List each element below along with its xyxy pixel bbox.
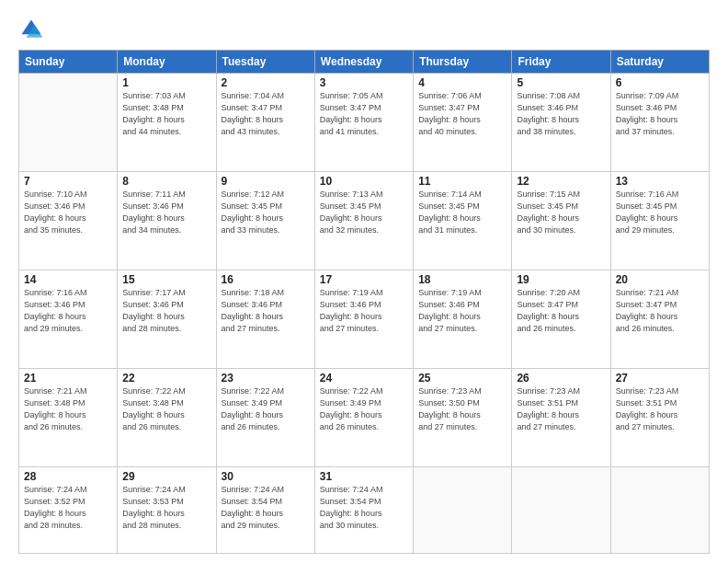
day-info: Sunrise: 7:12 AM Sunset: 3:45 PM Dayligh… bbox=[222, 189, 310, 236]
calendar-day-cell: 27Sunrise: 7:23 AM Sunset: 3:51 PM Dayli… bbox=[610, 368, 709, 466]
day-info: Sunrise: 7:21 AM Sunset: 3:48 PM Dayligh… bbox=[24, 385, 112, 433]
day-info: Sunrise: 7:18 AM Sunset: 3:46 PM Dayligh… bbox=[222, 287, 310, 335]
day-number: 31 bbox=[320, 470, 408, 483]
calendar-day-cell: 4Sunrise: 7:06 AM Sunset: 3:47 PM Daylig… bbox=[414, 74, 512, 172]
day-info: Sunrise: 7:21 AM Sunset: 3:47 PM Dayligh… bbox=[616, 287, 704, 335]
day-number: 27 bbox=[616, 372, 704, 385]
day-info: Sunrise: 7:24 AM Sunset: 3:52 PM Dayligh… bbox=[24, 484, 112, 532]
calendar-day-cell: 23Sunrise: 7:22 AM Sunset: 3:49 PM Dayli… bbox=[216, 368, 314, 466]
day-info: Sunrise: 7:19 AM Sunset: 3:46 PM Dayligh… bbox=[418, 287, 506, 335]
calendar-day-cell: 8Sunrise: 7:11 AM Sunset: 3:46 PM Daylig… bbox=[118, 171, 216, 270]
calendar-day-cell: 12Sunrise: 7:15 AM Sunset: 3:45 PM Dayli… bbox=[512, 171, 610, 270]
calendar-day-cell bbox=[610, 466, 709, 553]
calendar-day-cell: 20Sunrise: 7:21 AM Sunset: 3:47 PM Dayli… bbox=[610, 270, 709, 368]
calendar-day-cell: 31Sunrise: 7:24 AM Sunset: 3:54 PM Dayli… bbox=[314, 466, 413, 553]
day-info: Sunrise: 7:23 AM Sunset: 3:51 PM Dayligh… bbox=[517, 385, 605, 433]
calendar-day-cell: 13Sunrise: 7:16 AM Sunset: 3:45 PM Dayli… bbox=[610, 171, 709, 270]
day-number: 26 bbox=[517, 372, 605, 385]
logo-icon bbox=[18, 17, 44, 42]
day-info: Sunrise: 7:22 AM Sunset: 3:49 PM Dayligh… bbox=[320, 385, 408, 433]
day-number: 22 bbox=[122, 372, 210, 385]
calendar-body: 1Sunrise: 7:03 AM Sunset: 3:48 PM Daylig… bbox=[19, 74, 710, 554]
calendar-day-cell bbox=[512, 466, 610, 553]
day-info: Sunrise: 7:13 AM Sunset: 3:45 PM Dayligh… bbox=[320, 189, 408, 236]
day-number: 30 bbox=[222, 470, 310, 483]
weekday-header-cell: Friday bbox=[512, 51, 610, 74]
day-info: Sunrise: 7:22 AM Sunset: 3:48 PM Dayligh… bbox=[122, 385, 210, 433]
day-info: Sunrise: 7:19 AM Sunset: 3:46 PM Dayligh… bbox=[320, 287, 408, 335]
day-number: 29 bbox=[122, 470, 210, 483]
day-info: Sunrise: 7:06 AM Sunset: 3:47 PM Dayligh… bbox=[418, 90, 506, 138]
weekday-header-cell: Sunday bbox=[19, 51, 118, 74]
calendar-day-cell bbox=[19, 74, 118, 172]
calendar-day-cell: 16Sunrise: 7:18 AM Sunset: 3:46 PM Dayli… bbox=[216, 270, 314, 368]
day-number: 8 bbox=[122, 175, 210, 188]
calendar-day-cell bbox=[414, 466, 512, 553]
calendar-day-cell: 21Sunrise: 7:21 AM Sunset: 3:48 PM Dayli… bbox=[19, 368, 118, 466]
day-number: 2 bbox=[222, 76, 310, 89]
calendar-week-row: 1Sunrise: 7:03 AM Sunset: 3:48 PM Daylig… bbox=[19, 74, 710, 172]
day-info: Sunrise: 7:23 AM Sunset: 3:51 PM Dayligh… bbox=[616, 385, 704, 433]
day-number: 14 bbox=[24, 273, 112, 286]
calendar-day-cell: 22Sunrise: 7:22 AM Sunset: 3:48 PM Dayli… bbox=[118, 368, 216, 466]
day-number: 9 bbox=[222, 175, 310, 188]
weekday-header-row: SundayMondayTuesdayWednesdayThursdayFrid… bbox=[19, 51, 710, 74]
calendar-day-cell: 14Sunrise: 7:16 AM Sunset: 3:46 PM Dayli… bbox=[19, 270, 118, 368]
day-number: 13 bbox=[616, 175, 704, 188]
day-info: Sunrise: 7:15 AM Sunset: 3:45 PM Dayligh… bbox=[517, 189, 605, 236]
weekday-header-cell: Tuesday bbox=[216, 51, 314, 74]
day-number: 19 bbox=[517, 273, 605, 286]
day-info: Sunrise: 7:24 AM Sunset: 3:54 PM Dayligh… bbox=[320, 484, 408, 532]
calendar-week-row: 21Sunrise: 7:21 AM Sunset: 3:48 PM Dayli… bbox=[19, 368, 710, 466]
calendar-day-cell: 24Sunrise: 7:22 AM Sunset: 3:49 PM Dayli… bbox=[314, 368, 413, 466]
day-info: Sunrise: 7:23 AM Sunset: 3:50 PM Dayligh… bbox=[418, 385, 506, 433]
day-number: 16 bbox=[222, 273, 310, 286]
calendar-week-row: 28Sunrise: 7:24 AM Sunset: 3:52 PM Dayli… bbox=[19, 466, 710, 553]
calendar-day-cell: 11Sunrise: 7:14 AM Sunset: 3:45 PM Dayli… bbox=[414, 171, 512, 270]
day-number: 11 bbox=[418, 175, 506, 188]
calendar-day-cell: 18Sunrise: 7:19 AM Sunset: 3:46 PM Dayli… bbox=[414, 270, 512, 368]
calendar-day-cell: 25Sunrise: 7:23 AM Sunset: 3:50 PM Dayli… bbox=[414, 368, 512, 466]
day-info: Sunrise: 7:09 AM Sunset: 3:46 PM Dayligh… bbox=[616, 90, 704, 138]
day-number: 6 bbox=[616, 76, 704, 89]
header bbox=[18, 17, 710, 42]
day-info: Sunrise: 7:20 AM Sunset: 3:47 PM Dayligh… bbox=[517, 287, 605, 335]
calendar-day-cell: 2Sunrise: 7:04 AM Sunset: 3:47 PM Daylig… bbox=[216, 74, 314, 172]
day-info: Sunrise: 7:24 AM Sunset: 3:53 PM Dayligh… bbox=[122, 484, 210, 532]
calendar-day-cell: 1Sunrise: 7:03 AM Sunset: 3:48 PM Daylig… bbox=[118, 74, 216, 172]
day-info: Sunrise: 7:14 AM Sunset: 3:45 PM Dayligh… bbox=[418, 189, 506, 236]
calendar-day-cell: 30Sunrise: 7:24 AM Sunset: 3:54 PM Dayli… bbox=[216, 466, 314, 553]
day-info: Sunrise: 7:04 AM Sunset: 3:47 PM Dayligh… bbox=[222, 90, 310, 138]
day-number: 3 bbox=[320, 76, 408, 89]
day-info: Sunrise: 7:22 AM Sunset: 3:49 PM Dayligh… bbox=[222, 385, 310, 433]
day-info: Sunrise: 7:24 AM Sunset: 3:54 PM Dayligh… bbox=[222, 484, 310, 532]
day-number: 12 bbox=[517, 175, 605, 188]
calendar-day-cell: 26Sunrise: 7:23 AM Sunset: 3:51 PM Dayli… bbox=[512, 368, 610, 466]
day-info: Sunrise: 7:10 AM Sunset: 3:46 PM Dayligh… bbox=[24, 189, 112, 236]
day-number: 10 bbox=[320, 175, 408, 188]
calendar-day-cell: 29Sunrise: 7:24 AM Sunset: 3:53 PM Dayli… bbox=[118, 466, 216, 553]
day-info: Sunrise: 7:17 AM Sunset: 3:46 PM Dayligh… bbox=[122, 287, 210, 335]
calendar-day-cell: 6Sunrise: 7:09 AM Sunset: 3:46 PM Daylig… bbox=[610, 74, 709, 172]
calendar-week-row: 14Sunrise: 7:16 AM Sunset: 3:46 PM Dayli… bbox=[19, 270, 710, 368]
calendar-day-cell: 3Sunrise: 7:05 AM Sunset: 3:47 PM Daylig… bbox=[314, 74, 413, 172]
weekday-header-cell: Saturday bbox=[610, 51, 709, 74]
day-number: 15 bbox=[122, 273, 210, 286]
day-number: 28 bbox=[24, 470, 112, 483]
calendar-day-cell: 10Sunrise: 7:13 AM Sunset: 3:45 PM Dayli… bbox=[314, 171, 413, 270]
day-info: Sunrise: 7:11 AM Sunset: 3:46 PM Dayligh… bbox=[122, 189, 210, 236]
day-number: 7 bbox=[24, 175, 112, 188]
day-info: Sunrise: 7:16 AM Sunset: 3:46 PM Dayligh… bbox=[24, 287, 112, 335]
calendar-day-cell: 9Sunrise: 7:12 AM Sunset: 3:45 PM Daylig… bbox=[216, 171, 314, 270]
day-number: 25 bbox=[418, 372, 506, 385]
calendar-day-cell: 7Sunrise: 7:10 AM Sunset: 3:46 PM Daylig… bbox=[19, 171, 118, 270]
day-number: 1 bbox=[122, 76, 210, 89]
day-info: Sunrise: 7:08 AM Sunset: 3:46 PM Dayligh… bbox=[517, 90, 605, 138]
calendar-day-cell: 19Sunrise: 7:20 AM Sunset: 3:47 PM Dayli… bbox=[512, 270, 610, 368]
calendar-day-cell: 28Sunrise: 7:24 AM Sunset: 3:52 PM Dayli… bbox=[19, 466, 118, 553]
logo bbox=[18, 17, 48, 42]
day-number: 24 bbox=[320, 372, 408, 385]
calendar-day-cell: 15Sunrise: 7:17 AM Sunset: 3:46 PM Dayli… bbox=[118, 270, 216, 368]
weekday-header-cell: Wednesday bbox=[314, 51, 413, 74]
day-number: 21 bbox=[24, 372, 112, 385]
